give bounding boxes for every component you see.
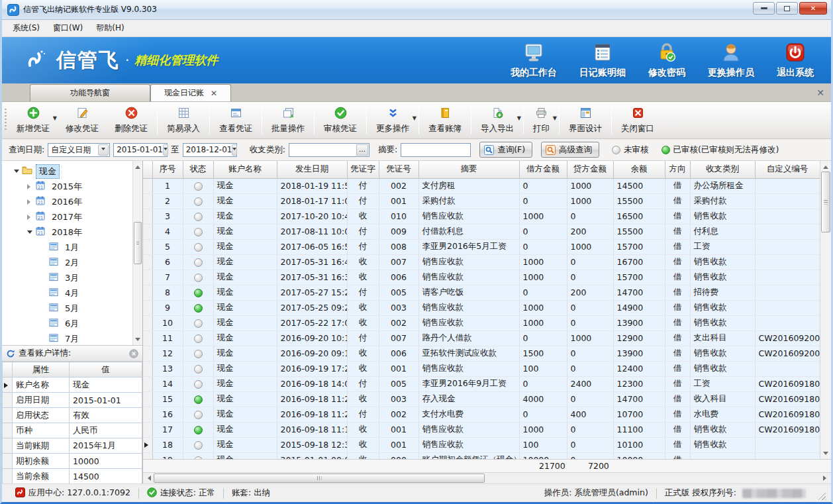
tab-nav-window[interactable]: 功能导航窗: [30, 84, 150, 101]
journal-row[interactable]: 10现金2017-05-22 17:08收002销售应收款1000013900借…: [143, 315, 820, 330]
resize-grip[interactable]: [818, 492, 826, 500]
chevron-down-icon[interactable]: [163, 144, 168, 156]
journal-row[interactable]: 17现金2016-09-18 11:17收001销售应收款1000011100借…: [143, 422, 820, 437]
minimize-button[interactable]: [753, 2, 775, 15]
banner-action-change-password[interactable]: 修改密码: [648, 42, 685, 79]
scroll-down-icon[interactable]: [133, 336, 142, 345]
chevron-down-icon[interactable]: [232, 144, 237, 156]
journal-row[interactable]: 2现金2018-01-17 11:04付001采购付款0100015500借采购…: [143, 193, 820, 209]
journal-row[interactable]: 14现金2016-09-18 14:09付005李亚男2016年9月工资0240…: [143, 376, 820, 391]
chevron-down-icon[interactable]: ▼: [517, 115, 521, 121]
tree-node[interactable]: 3月: [2, 270, 132, 285]
tree-node[interactable]: 现金: [2, 164, 132, 179]
scroll-right-icon[interactable]: [821, 473, 831, 483]
journal-vscrollbar[interactable]: [820, 161, 831, 459]
journal-col-header[interactable]: 状态: [183, 161, 213, 178]
toolbar-button-delete-voucher[interactable]: 删除凭证: [107, 102, 156, 138]
advanced-query-button[interactable]: 高级查询: [541, 142, 599, 158]
toolbar-button-add-voucher[interactable]: 新增凭证▼: [9, 102, 58, 138]
tree-node[interactable]: 5月: [2, 301, 132, 316]
banner-action-journal-detail[interactable]: 日记账明细: [579, 42, 626, 79]
journal-row[interactable]: 9现金2017-05-25 09:20收003销售应收款1000014900借销…: [143, 300, 820, 315]
journal-vscrollbar-thumb[interactable]: [821, 172, 830, 232]
scroll-left-icon[interactable]: [143, 473, 153, 483]
tree-node[interactable]: 1月: [2, 240, 132, 255]
details-row[interactable]: 当前账期2015年1月: [3, 438, 142, 454]
toolbar-button-print[interactable]: 打印▼: [525, 102, 558, 138]
details-row[interactable]: 启用日期2015-01-01: [3, 393, 142, 408]
menu-item-help[interactable]: 帮助(H): [89, 20, 130, 36]
journal-col-header[interactable]: 收支类别: [690, 161, 755, 178]
category-input[interactable]: [289, 144, 356, 156]
menu-item-system[interactable]: 系统(S): [6, 20, 46, 36]
journal-row[interactable]: 11现金2016-09-20 10:10付007路丹个人借款0100012900…: [143, 330, 820, 346]
journal-row[interactable]: 7现金2017-05-31 16:34收006销售应收款1000015700借销…: [143, 270, 820, 285]
tree-node[interactable]: 7月: [2, 331, 132, 345]
toolbar-button-batch-operation[interactable]: 批量操作: [264, 102, 313, 138]
tab-close-icon[interactable]: ✕: [211, 89, 217, 98]
scroll-up-icon[interactable]: [133, 161, 142, 170]
journal-col-header[interactable]: 摘要: [418, 161, 519, 178]
ellipsis-picker-icon[interactable]: …: [356, 144, 368, 156]
toolbar-button-easy-entry[interactable]: 简易录入: [159, 102, 208, 138]
tree-node[interactable]: 6月: [2, 316, 132, 331]
chevron-down-icon[interactable]: ▼: [553, 115, 557, 121]
journal-col-header[interactable]: 方向: [665, 161, 690, 178]
journal-col-header[interactable]: 序号: [152, 161, 183, 178]
journal-col-header[interactable]: 自定义编号: [755, 161, 820, 178]
tree-expander-icon[interactable]: [26, 184, 34, 189]
journal-hscrollbar-thumb[interactable]: [154, 474, 485, 483]
toolbar-button-edit-voucher[interactable]: 修改凭证: [58, 102, 107, 138]
tree-scrollbar[interactable]: [132, 161, 142, 345]
tab-cash-journal[interactable]: 现金日记账✕: [150, 84, 231, 101]
banner-action-switch-operator[interactable]: 更换操作员: [708, 42, 754, 79]
journal-row[interactable]: 4现金2017-08-11 10:09付009付借款利息020015500借付利…: [143, 224, 820, 239]
tree-node[interactable]: 212016年: [2, 194, 132, 209]
journal-row[interactable]: 1现金2018-01-19 11:50付002支付房租0100014500借办公…: [143, 178, 820, 193]
refresh-icon[interactable]: [6, 349, 15, 358]
journal-row[interactable]: 6现金2017-05-31 16:42收007销售应收款1000016700借销…: [143, 254, 820, 270]
tree-expander-icon[interactable]: [13, 167, 21, 176]
scroll-down-icon[interactable]: [820, 450, 831, 459]
journal-col-header[interactable]: 余额: [613, 161, 665, 178]
toolbar-button-import-export[interactable]: 导入导出▼: [473, 102, 522, 138]
chevron-down-icon[interactable]: ▼: [53, 115, 57, 121]
journal-col-header[interactable]: 账户名称: [213, 161, 277, 178]
restore-button[interactable]: [776, 2, 798, 15]
toolbar-button-view-ledger[interactable]: 查看账簿: [420, 102, 469, 138]
toolbar-button-view-voucher[interactable]: 查看凭证: [211, 102, 260, 138]
journal-row[interactable]: 19现金2015-01-01 00:00收000账户期初余额凭证（现金）1000…: [143, 452, 820, 459]
details-row[interactable]: 启用状态有效: [3, 408, 142, 423]
banner-action-exit-system[interactable]: 退出系统: [777, 42, 814, 79]
tree-expander-icon[interactable]: [26, 228, 34, 236]
details-close-icon[interactable]: [129, 349, 138, 358]
journal-row[interactable]: 3现金2017-10-20 10:46收010销售应收款1000016500借销…: [143, 209, 820, 224]
details-row[interactable]: 币种人民币: [3, 423, 142, 438]
details-row[interactable]: 期初余额10000: [3, 454, 142, 469]
journal-row[interactable]: 5现金2017-06-05 16:57付008李亚男2016年5月工资01000…: [143, 239, 820, 254]
journal-col-header[interactable]: 凭证字: [347, 161, 379, 178]
journal-row[interactable]: 8现金2017-05-27 15:24付005请客户吃饭020014700借招待…: [143, 285, 820, 300]
journal-row[interactable]: 13现金2016-09-19 17:22收001销售应收款100012400借销…: [143, 361, 820, 376]
tree-node[interactable]: 212015年: [2, 179, 132, 194]
details-row[interactable]: 账户名称现金: [3, 378, 142, 393]
query-button[interactable]: 查询(F): [479, 142, 532, 158]
date-mode-select[interactable]: 自定义日期: [48, 143, 110, 157]
toolbar-button-more-operations[interactable]: 更多操作▼: [368, 102, 417, 138]
scroll-up-icon[interactable]: [820, 161, 831, 170]
tree-node[interactable]: 2月: [2, 255, 132, 270]
journal-col-header[interactable]: 发生日期: [277, 161, 347, 178]
journal-col-header[interactable]: 贷方金额: [567, 161, 613, 178]
journal-row[interactable]: 15现金2016-09-18 11:22收003存入现金4000014700借收…: [143, 391, 820, 407]
banner-action-my-workbench[interactable]: 我的工作台: [511, 42, 557, 79]
toolbar-button-ui-design[interactable]: 界面设计: [561, 102, 610, 138]
chevron-down-icon[interactable]: [98, 144, 109, 156]
tabstrip-close-icon[interactable]: ✕: [816, 87, 824, 98]
toolbar-button-audit-voucher[interactable]: 审核凭证: [316, 102, 365, 138]
tree-node[interactable]: 212017年: [2, 209, 132, 225]
chevron-down-icon[interactable]: ▼: [413, 115, 416, 121]
journal-row[interactable]: 18现金2015-09-18 12:33收001销售应收款100010100借销…: [143, 437, 820, 452]
tree-expander-icon[interactable]: [26, 215, 34, 220]
date-from-select[interactable]: 2015-01-01: [113, 143, 168, 157]
tree-expander-icon[interactable]: [26, 199, 34, 205]
